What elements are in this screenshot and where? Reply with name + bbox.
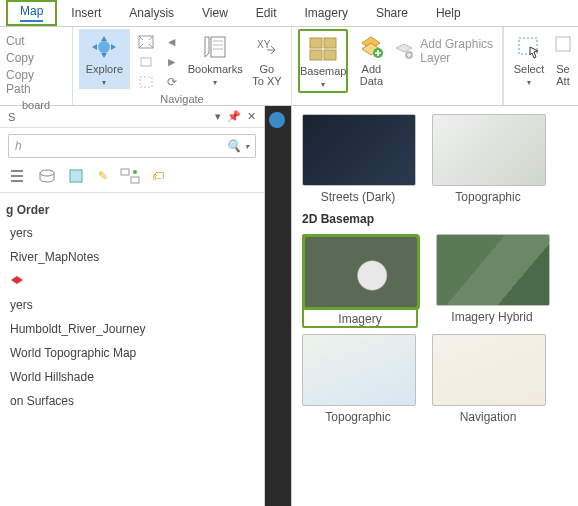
- list-by-labeling-icon[interactable]: 🏷: [152, 169, 164, 183]
- map-edge: [265, 106, 291, 506]
- contents-tree: g Order yers River_MapNotes yers Humbold…: [0, 193, 264, 413]
- svg-point-14: [40, 170, 54, 176]
- add-data-icon: [355, 33, 387, 61]
- tree-item[interactable]: yers: [0, 221, 264, 245]
- add-data-button[interactable]: Add Data: [354, 29, 388, 87]
- select-icon: [513, 33, 545, 61]
- svg-rect-6: [310, 38, 322, 48]
- list-by-selection-icon[interactable]: [68, 168, 86, 184]
- svg-point-0: [98, 41, 110, 53]
- basemap-imagery-hybrid[interactable]: Imagery Hybrid: [436, 234, 548, 328]
- search-icon: 🔍: [226, 139, 241, 153]
- select-button[interactable]: Select▾: [510, 29, 548, 89]
- svg-rect-2: [141, 58, 151, 66]
- next-extent-icon[interactable]: ►: [162, 53, 182, 71]
- tree-item[interactable]: World Hillshade: [0, 365, 264, 389]
- menu-bar: Map Insert Analysis View Edit Imagery Sh…: [0, 0, 578, 27]
- basemap-icon: [307, 35, 339, 63]
- list-by-drawing-icon[interactable]: [8, 168, 26, 184]
- cut-button[interactable]: Cut: [6, 33, 60, 49]
- svg-text:XY: XY: [257, 39, 271, 50]
- basemap-topographic-3d[interactable]: Topographic: [432, 114, 544, 204]
- svg-rect-4: [211, 37, 225, 57]
- add-graphics-icon: [394, 42, 414, 60]
- list-by-source-icon[interactable]: [38, 168, 56, 184]
- tree-item[interactable]: on Surfaces: [0, 389, 264, 413]
- zoom-full-icon[interactable]: [136, 33, 156, 51]
- svg-rect-15: [70, 170, 82, 182]
- basemap-topographic[interactable]: Topographic: [302, 334, 414, 424]
- menu-map[interactable]: Map: [6, 0, 57, 26]
- basemap-streets-dark[interactable]: Streets (Dark): [302, 114, 414, 204]
- panel-toolbar: ✎ 🏷: [0, 164, 264, 193]
- svg-point-18: [133, 170, 137, 174]
- zoom-sel-icon[interactable]: [136, 53, 156, 71]
- refresh-icon[interactable]: ⟳: [162, 73, 182, 91]
- add-graphics-layer-button[interactable]: Add Graphics Layer: [394, 29, 496, 65]
- svg-rect-13: [556, 37, 570, 51]
- tree-item[interactable]: [0, 269, 264, 293]
- menu-help[interactable]: Help: [422, 2, 475, 24]
- menu-view[interactable]: View: [188, 2, 242, 24]
- explore-icon: [88, 33, 120, 61]
- basemap-navigation[interactable]: Navigation: [432, 334, 544, 424]
- basemap-section-label: 2D Basemap: [302, 212, 568, 226]
- ribbon: Cut Copy Copy Path board Explore▾ ◄ ► ⟳: [0, 27, 578, 106]
- svg-rect-3: [140, 77, 152, 87]
- svg-rect-9: [324, 50, 336, 60]
- panel-title: S: [8, 111, 209, 123]
- pin-icon[interactable]: 📌: [227, 110, 241, 123]
- svg-rect-17: [131, 177, 139, 183]
- menu-analysis[interactable]: Analysis: [115, 2, 188, 24]
- basemap-button[interactable]: Basemap▾: [298, 29, 348, 93]
- bookmarks-button[interactable]: Bookmarks▾: [188, 29, 243, 89]
- goto-xy-button[interactable]: XY Go To XY: [249, 29, 285, 87]
- menu-imagery[interactable]: Imagery: [291, 2, 362, 24]
- prev-extent-icon[interactable]: ◄: [162, 33, 182, 51]
- svg-rect-16: [121, 169, 129, 175]
- svg-rect-7: [324, 38, 336, 48]
- goto-xy-icon: XY: [251, 33, 283, 61]
- zoom-fixed-icon[interactable]: [136, 73, 156, 91]
- tree-item[interactable]: yers: [0, 293, 264, 317]
- dropdown-icon[interactable]: ▾: [215, 110, 221, 123]
- menu-edit[interactable]: Edit: [242, 2, 291, 24]
- nav-small-icons: [136, 29, 156, 91]
- basemap-gallery: Streets (Dark) Topographic 2D Basemap Im…: [291, 106, 578, 506]
- basemap-imagery[interactable]: Imagery: [302, 234, 418, 328]
- tree-item[interactable]: World Topographic Map: [0, 341, 264, 365]
- tree-heading: g Order: [0, 199, 264, 221]
- explore-button[interactable]: Explore▾: [79, 29, 130, 89]
- tree-item[interactable]: Humboldt_River_Journey: [0, 317, 264, 341]
- nav-small-icons-2: ◄ ► ⟳: [162, 29, 182, 91]
- search-input[interactable]: h 🔍 ▾: [8, 134, 256, 158]
- list-by-snapping-icon[interactable]: [120, 168, 140, 184]
- contents-panel: S ▾ 📌 ✕ h 🔍 ▾ ✎ 🏷 g Order yers River_Map…: [0, 106, 265, 506]
- bookmarks-icon: [199, 33, 231, 61]
- copy-path-button[interactable]: Copy Path: [6, 67, 60, 97]
- select-attr-icon: [547, 33, 578, 61]
- svg-rect-8: [310, 50, 322, 60]
- clipboard-group: Cut Copy Copy Path: [6, 29, 60, 97]
- menu-insert[interactable]: Insert: [57, 2, 115, 24]
- menu-share[interactable]: Share: [362, 2, 422, 24]
- copy-button[interactable]: Copy: [6, 50, 60, 66]
- select-by-attr-button[interactable]: Se Att: [554, 29, 572, 87]
- close-icon[interactable]: ✕: [247, 110, 256, 123]
- list-by-editing-icon[interactable]: ✎: [98, 169, 108, 183]
- tree-item[interactable]: River_MapNotes: [0, 245, 264, 269]
